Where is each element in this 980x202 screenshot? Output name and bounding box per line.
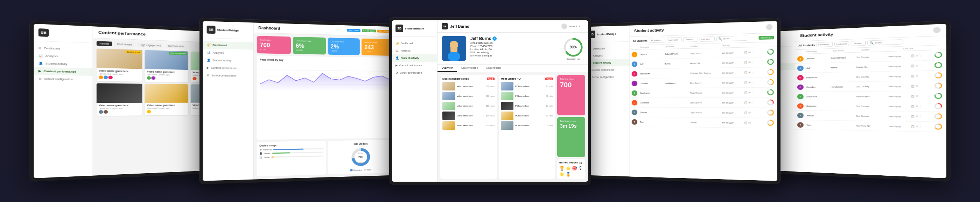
action-icon1[interactable]: 📋 [744,91,748,94]
sidebar-item-dash3[interactable]: 🧭 Dashboard [392,40,437,47]
action-icon2[interactable]: ✉ [916,105,918,107]
action-icon3[interactable]: ⋮ [751,121,754,124]
filter-needs-review[interactable]: Needs review [165,43,186,49]
firstname-input[interactable] [649,37,665,43]
action-icon2[interactable]: ✉ [916,64,918,67]
action-icon1[interactable]: 📋 [910,74,915,77]
action-icon1[interactable]: 📋 [910,125,915,128]
firstname-input5[interactable] [816,42,833,47]
action-icon1[interactable]: 📋 [910,64,915,67]
action-icon3[interactable]: ⋮ [919,74,922,77]
sidebar-item-analytics4[interactable]: 📊 Analytics [584,51,629,59]
video-card-5[interactable]: Video name goes here Uploaded 1 month ag… [145,84,188,115]
action-icon2[interactable]: ✉ [916,115,918,118]
action-icon3[interactable]: ⋮ [919,95,922,98]
sidebar-item-analytics2[interactable]: 📊 Analytics [203,49,253,57]
poi-4[interactable]: POI name here 10 visits [501,112,553,120]
table-row[interactable]: S Stephanie Pryor-Rogers mm-dd-yyyy 📋 ✉ … [630,88,777,98]
sidebar-item-school2[interactable]: ⚙ School configuration [203,72,253,80]
action-icon2[interactable]: ✉ [748,51,751,54]
action-icon2[interactable]: ✉ [748,111,751,114]
action-icon3[interactable]: ⋮ [919,105,922,107]
action-icon3[interactable]: ⋮ [751,101,754,104]
action-icon3[interactable]: ⋮ [751,91,754,94]
tab-timeline[interactable]: Activity timeline [457,64,482,72]
action-icon1[interactable]: 📋 [744,71,748,74]
action-icon2[interactable]: ✉ [748,81,751,84]
sidebar-item-student4[interactable]: 👤 Student activity [584,59,629,67]
action-icon1[interactable]: 📋 [910,85,915,87]
filter-newest[interactable]: Newest [97,41,112,46]
action-icon3[interactable]: ⋮ [751,111,754,114]
sidebar-item-student2[interactable]: 👤 Student activity [203,56,253,65]
table-row[interactable]: G Gonzalez City, Country mm-dd-yyyy 📋 ✉ … [630,98,777,108]
vli-2[interactable]: Video name here 500 views [442,92,495,100]
lastname-input[interactable] [667,37,681,42]
filter-most-viewed[interactable]: Most viewed [114,42,135,47]
action-icon1[interactable]: 📋 [744,101,748,104]
poi-2[interactable]: POI name here 31 visits [501,92,553,100]
action-icon1[interactable]: 📋 [744,61,748,64]
table-row[interactable]: C Camden Henderson City, Country mm-dd-y… [795,81,946,92]
tab-overview[interactable]: Overview [438,64,457,72]
sidebar-item-analytics3[interactable]: 📊 Analytics [392,47,437,55]
action-icon2[interactable]: ✉ [916,125,918,128]
sidebar-item-student3[interactable]: 👤 Student activity [392,55,437,62]
action-icon3[interactable]: ⋮ [751,81,754,84]
lastname-input5[interactable] [834,42,849,46]
table-row[interactable]: T Tom New York, NY mm-dd-yyyy 📋 ✉ ⋮ [795,120,946,133]
action-icon1[interactable]: 📋 [910,55,915,58]
vli-1[interactable]: Video name here 500 views [442,82,495,90]
vli-4[interactable]: Video name here 500 views [442,112,495,120]
action-icon3[interactable]: ⋮ [751,71,754,74]
action-icon1[interactable]: 📋 [744,111,748,114]
action-icon2[interactable]: ✉ [748,61,751,64]
action-icon2[interactable]: ✉ [748,121,751,124]
sidebar-item-content4[interactable]: ▶ Content performance [584,66,629,74]
table-row[interactable]: M Mary Ruth Grainger, City, Country mm-d… [630,67,777,79]
action-icon3[interactable]: ⋮ [751,61,754,64]
lastvisit-input[interactable] [700,37,715,42]
action-icon3[interactable]: ⋮ [919,115,922,118]
location-input5[interactable] [851,41,865,46]
action-icon1[interactable]: 📋 [744,81,748,84]
sidebar-item-student1[interactable]: 👤 Student activity [33,59,92,68]
sidebar-item-school3[interactable]: ⚙ School configuration [392,69,437,77]
vli-5[interactable]: Video name here 500 views [442,121,495,130]
filter-high-engagement[interactable]: High engagement [137,42,164,48]
action-icon2[interactable]: ✉ [916,74,918,77]
tab-notes[interactable]: Student notes [482,64,505,72]
video-card-2[interactable]: High engagement Video name goes here Upl… [145,50,188,82]
sidebar-item-school1[interactable]: ⚙ School configuration [33,75,92,83]
action-icon2[interactable]: ✉ [916,85,918,87]
sidebar-item-school4[interactable]: ⚙ School configuration [584,73,629,81]
sidebar-item-dash2[interactable]: 🧭 Dashboard [203,41,253,50]
table-row[interactable]: S Stephanie Pryor-Rogers mm-dd-yyyy 📋 ✉ … [795,91,946,101]
action-icon3[interactable]: ⋮ [919,54,922,57]
vli-3[interactable]: Video name here 500 views [442,102,495,110]
poi-1[interactable]: POI name here 25 visits [501,82,553,90]
table-row[interactable]: T Tom Drexon mm-dd-yyyy 📋 ✉ ⋮ [630,117,777,128]
action-icon3[interactable]: ⋮ [751,51,754,54]
action-icon2[interactable]: ✉ [748,91,751,94]
action-icon2[interactable]: ✉ [748,71,751,74]
video-card-4[interactable]: Video name goes here Uploaded 1 month ag… [97,83,142,116]
action-icon1[interactable]: 📋 [910,95,915,98]
action-icon3[interactable]: ⋮ [919,125,922,128]
poi-3[interactable]: POI name here 13 visits [501,102,553,110]
action-icon1[interactable]: 📋 [744,121,748,124]
action-icon2[interactable]: ✉ [916,95,918,98]
action-icon2[interactable]: ✉ [748,101,751,104]
table-row[interactable]: J Joseph City, Country mm-dd-yyyy 📋 ✉ ⋮ [630,107,777,118]
action-icon1[interactable]: 📋 [910,105,915,107]
poi-5[interactable]: POI name here 6 visits [501,121,553,130]
search-input4[interactable] [723,37,749,40]
action-icon3[interactable]: ⋮ [919,85,922,87]
action-icon1[interactable]: 📋 [744,51,748,54]
sidebar-item-content3[interactable]: ▶ Content performance [392,62,437,69]
table-row[interactable]: G Gonzalez City, Country mm-dd-yyyy 📋 ✉ … [795,101,946,112]
action-icon3[interactable]: ⋮ [919,64,922,67]
sidebar-item-content2[interactable]: ▶ Content performance [203,64,253,72]
sidebar-item-content1[interactable]: ▶ Content performance [33,67,92,76]
video-card-1[interactable]: Content score Video name goes here Uploa… [97,48,142,82]
